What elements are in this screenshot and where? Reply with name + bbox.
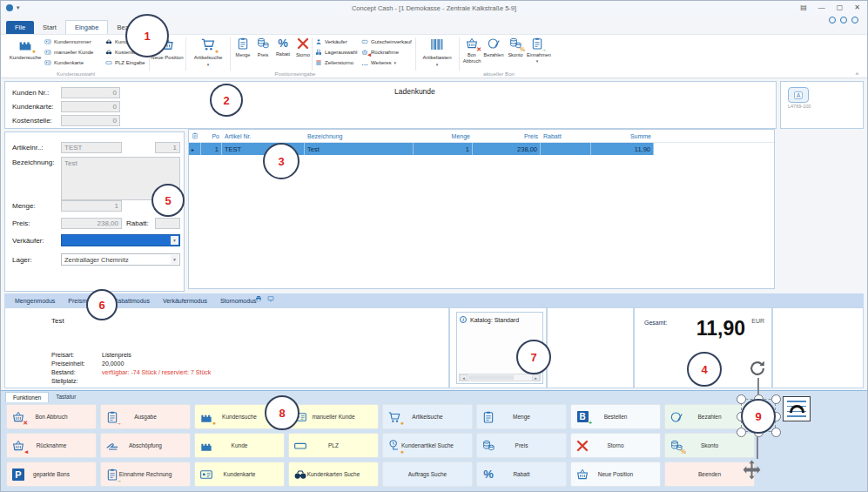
lager-select[interactable]: Zentrallager Chemnitz ▼ [61,253,180,266]
preis-input[interactable]: 238,00 [61,218,122,229]
column-header-preis[interactable]: Preis [473,133,541,139]
menge-button[interactable]: Menge [476,404,567,429]
ribbon-item-kundennummer[interactable]: Kundennummer [44,37,93,46]
column-header-rabatt[interactable]: Rabatt [541,133,591,139]
function-tab-funktionen[interactable]: Funktionen [5,392,49,402]
ribbon-bon-abbruch-button[interactable]: ✕Bon Abbruch [461,37,482,64]
ribbon-item-gutscheinverkauf[interactable]: Gutscheinverkauf [361,37,412,46]
ausgabe-button[interactable]: →Ausgabe [100,404,191,429]
preis-button[interactable]: Preis [476,433,567,458]
katalog-section: i Katalog: Standard ◂ ▸ [449,307,547,388]
info-row-value: verfügbar: -74 Stück / reserviert: 7 Stü… [102,369,211,375]
ribbon-preis-button[interactable]: Preis [253,37,273,58]
basket-back-icon: ◂ [361,49,368,56]
ribbon-item-manueller-kunde[interactable]: manueller Kunde [44,48,93,57]
auftrags-suche-button[interactable]: Auftrags Suche [382,462,473,487]
skonto-button[interactable]: %Skonto [664,433,755,458]
ribbon-einnahmen-button[interactable]: →Einnahmen▾ [527,37,548,64]
plz-button[interactable]: PLZ [288,433,379,458]
column-header-menge[interactable]: Menge [414,133,473,139]
manueller-kunde-button[interactable]: manueller Kunde [288,404,379,429]
bon-abbruch-button[interactable]: ✕Bon Abbruch [6,404,97,429]
artikelnr-count-input[interactable]: 1 [155,142,180,153]
stamp-tool-icon[interactable] [783,396,811,421]
absch-pfung-button[interactable]: Abschöpfung [100,433,191,458]
customer-row-input[interactable]: 0 [61,101,120,112]
help-icon[interactable] [829,17,836,24]
artikeltasten-button[interactable]: Artikeltasten ▾ [418,37,456,67]
table-options-icon[interactable] [189,132,201,140]
ribbon-bezahlen-button[interactable]: Bezahlen [483,37,504,58]
ribbon-rabatt-button[interactable]: %Rabatt [273,37,293,57]
close-icon[interactable]: ✕ [854,3,860,11]
collapse-ribbon-icon[interactable]: ^ [856,71,858,78]
keycap-icon: A [788,87,809,103]
ribbon-storno-button[interactable]: Storno [293,37,313,58]
bestellen-button[interactable]: B+Bestellen [570,404,661,429]
bezahlen-button[interactable]: Bezahlen [664,404,755,429]
menge-input[interactable]: 1 [61,200,122,212]
r-cknahme-button[interactable]: ◂Rücknahme [6,433,97,458]
bezeichnung-textarea[interactable]: Test [61,157,180,200]
scrollbar-thumb[interactable] [468,375,514,380]
neue-position-button[interactable]: Neue Position [570,462,661,487]
customer-row-input[interactable]: 0 [61,87,120,98]
kundensuche-button[interactable]: ●Kundensuche [6,37,44,62]
beenden-button[interactable]: Beenden [664,462,755,487]
rabatt-button[interactable]: %Rabatt [476,462,567,487]
tab-start[interactable]: Start [34,21,65,34]
column-header-artikel-nr-[interactable]: Artikel Nr. [222,133,305,139]
contrast-icon[interactable] [851,17,858,24]
kundenartikel-suche-button[interactable]: ●Kundenartikel Suche [382,433,473,458]
kundenkarten-suche-button[interactable]: Kundenkarten Suche [288,462,379,487]
artikelnr-input[interactable]: TEST [61,142,122,153]
mode-tab-preismodus[interactable]: Preismodus [68,298,100,304]
chevron-down-icon[interactable]: ▼ [171,255,178,264]
column-header-po[interactable]: Po [201,133,222,139]
mode-tab-verkäufermodus[interactable]: Verkäufermodus [163,298,207,304]
table-row[interactable]: ▸1TESTTest1238,0011,90 [189,143,654,155]
mode-tab-mengenmodus[interactable]: Mengenmodus [15,298,55,304]
info-icon: i [460,316,467,323]
katalog-scrollbar[interactable]: ◂ ▸ [459,374,541,381]
ribbon-skonto-button[interactable]: %Skonto [505,37,526,58]
artikelsuche-button[interactable]: ●Artikelsuche [382,404,473,429]
scroll-left-icon[interactable]: ◂ [460,374,468,381]
mode-tab-rabattmodus[interactable]: Rabattmodus [113,298,150,304]
column-header-bezeichnung[interactable]: Bezeichnung [305,133,414,139]
artikelsuche-button[interactable]: ●Artikelsuche ▾ [188,37,228,67]
einnahme-rechnung-button[interactable]: →Einnahme Rechnung [100,462,191,487]
tab-bezahlen[interactable]: Bezahlen [108,21,152,34]
tab-eingabe[interactable]: Eingabe [65,20,109,34]
geparkte-bons-button[interactable]: Pgeparkte Bons [6,462,97,487]
verkaeufer-select[interactable]: ▼ [61,234,180,246]
scroll-right-icon[interactable]: ▸ [532,374,540,381]
ribbon-item-kundenkarte[interactable]: Kundenkarte [44,58,93,67]
ribbon-item-r-cknahme[interactable]: ◂Rücknahme [361,48,412,57]
kundensuche-button[interactable]: ●Kundensuche [194,404,285,429]
mode-tab-stornomodus[interactable]: Stornomodus [220,298,257,304]
function-button-label: Auftrags Suche [408,471,447,477]
ribbon-item-verk-ufer[interactable]: Verkäufer [315,37,357,46]
ribbon-item-zeilenstorno[interactable]: Zeilenstorno [315,58,357,67]
ribbon-item-weiteres[interactable]: …Weiteres▾ [361,58,412,67]
katalog-box[interactable]: i Katalog: Standard ◂ ▸ [456,312,543,384]
ribbon-item-lagerauswahl[interactable]: Lagerauswahl [315,48,357,57]
customer-row-input[interactable]: 0 [61,115,120,126]
column-header-summe[interactable]: Summe [591,133,654,139]
tab-file[interactable]: File [6,21,34,34]
article-key-button[interactable]: A L4769-100 [788,87,811,109]
minimize-icon[interactable]: — [818,3,825,11]
ribbon-options-icon[interactable]: ▤ [800,3,807,11]
rabatt-input[interactable] [155,218,180,229]
history-icon[interactable] [840,17,847,24]
kunde-button[interactable]: Kunde [194,433,285,458]
neue-position-button[interactable]: Neue Position [151,37,184,62]
kundenkarte-button[interactable]: Kundenkarte [194,462,285,487]
restore-icon[interactable]: ▢ [837,3,844,11]
ribbon-menge-button[interactable]: Menge [233,37,252,58]
chevron-down-icon[interactable]: ▼ [171,236,178,245]
group-label-kundenauswahl: Kundenauswahl [24,71,128,77]
storno-button[interactable]: Storno [570,433,661,458]
function-tab-tastatur[interactable]: Tastatur [49,392,83,402]
